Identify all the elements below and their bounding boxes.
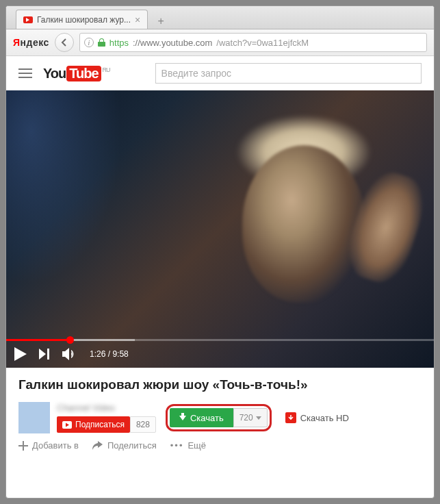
arrow-left-icon — [60, 38, 68, 47]
play-icon — [14, 347, 27, 361]
volume-icon — [62, 347, 77, 361]
current-time: 1:26 — [90, 349, 105, 359]
add-to-button[interactable]: Добавить в — [18, 440, 79, 451]
yandex-logo[interactable]: Яндекс — [13, 37, 49, 48]
subscribe-button[interactable]: Подписаться — [57, 416, 130, 433]
video-frame-bg — [242, 145, 365, 303]
youtube-header: You Tube RU Введите запрос — [6, 56, 434, 90]
more-label: Ещё — [187, 440, 206, 451]
video-title: Галкин шокировал жюри шоу «Точь-в-точь!» — [18, 377, 422, 392]
url-host: ://www.youtube.com — [133, 38, 212, 48]
lock-icon — [98, 38, 105, 47]
action-row: Добавить в Поделиться ••• Ещё — [18, 440, 422, 451]
download-hd-icon — [285, 412, 296, 423]
tab-title: Галкин шокировал жур... — [37, 15, 131, 25]
volume-button[interactable] — [62, 347, 77, 361]
logo-you: You — [43, 66, 66, 81]
new-tab-button[interactable]: + — [152, 14, 170, 29]
quality-value: 720 — [240, 413, 253, 423]
add-label: Добавить в — [32, 440, 79, 451]
search-placeholder: Введите запрос — [161, 68, 231, 79]
menu-icon[interactable] — [18, 68, 32, 78]
next-button[interactable] — [39, 349, 50, 360]
more-button[interactable]: ••• Ещё — [170, 440, 206, 451]
url-input[interactable]: i https://www.youtube.com/watch?v=0wa11e… — [79, 33, 427, 52]
browser-tabstrip: Галкин шокировал жур... × + — [6, 6, 434, 29]
download-button[interactable]: Скачать — [170, 408, 233, 427]
logo-region: RU — [103, 66, 110, 73]
channel-row: Channel Video Подписаться 828 Скачать 72… — [18, 402, 422, 433]
below-video: Галкин шокировал жюри шоу «Точь-в-точь!»… — [6, 368, 434, 460]
avatar[interactable] — [18, 402, 50, 433]
youtube-play-icon — [62, 421, 72, 429]
download-hd-label: Скачать HD — [300, 413, 349, 423]
plus-icon — [18, 441, 28, 451]
play-button[interactable] — [14, 347, 27, 361]
youtube-favicon-icon — [23, 16, 33, 23]
url-protocol: https — [109, 38, 129, 48]
logo-tube: Tube — [66, 66, 101, 81]
chevron-down-icon — [256, 416, 261, 420]
info-icon[interactable]: i — [84, 38, 94, 47]
subscriber-count: 828 — [130, 416, 156, 433]
tab-close-icon[interactable]: × — [135, 14, 140, 25]
subscribe-label: Подписаться — [75, 420, 125, 429]
more-icon: ••• — [170, 440, 184, 451]
share-icon — [92, 441, 103, 451]
duration: 9:58 — [112, 349, 128, 359]
back-button[interactable] — [55, 33, 74, 52]
share-button[interactable]: Поделиться — [92, 440, 157, 451]
share-label: Поделиться — [107, 440, 157, 451]
next-icon — [39, 349, 50, 360]
address-bar: Яндекс i https://www.youtube.com/watch?v… — [6, 29, 434, 56]
download-label: Скачать — [190, 413, 224, 423]
quality-dropdown[interactable]: 720 — [233, 408, 268, 427]
video-player[interactable]: 1:26 / 9:58 — [6, 90, 434, 368]
time-display: 1:26 / 9:58 — [90, 349, 129, 359]
download-icon — [179, 416, 186, 420]
download-hd-button[interactable]: Скачать HD — [285, 412, 349, 423]
player-controls: 1:26 / 9:58 — [6, 339, 434, 368]
youtube-logo[interactable]: You Tube RU — [43, 66, 110, 81]
download-highlight: Скачать 720 — [166, 404, 272, 431]
video-frame-bg — [6, 90, 129, 296]
search-input[interactable]: Введите запрос — [155, 63, 422, 84]
channel-name[interactable]: Channel Video — [57, 403, 156, 413]
url-path: /watch?v=0wa11ejfckM — [216, 38, 309, 48]
browser-tab[interactable]: Галкин шокировал жур... × — [16, 10, 148, 29]
